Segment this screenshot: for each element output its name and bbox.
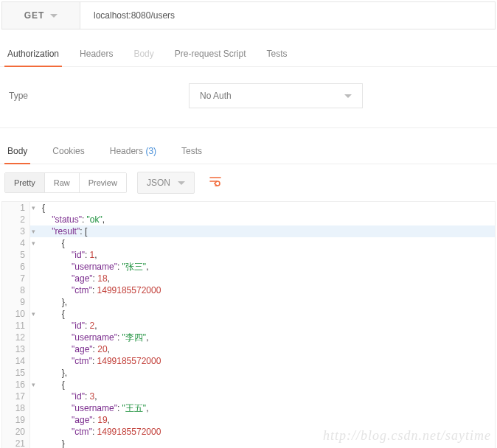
headers-count: (3): [145, 146, 156, 156]
resp-tab-tests[interactable]: Tests: [180, 139, 204, 164]
tab-tests[interactable]: Tests: [265, 43, 288, 66]
tab-body[interactable]: Body: [132, 43, 155, 66]
request-bar: GET: [1, 1, 496, 29]
chevron-down-icon: [344, 94, 352, 98]
resp-tab-headers[interactable]: Headers (3): [108, 139, 158, 164]
view-pretty-button[interactable]: Pretty: [5, 173, 44, 192]
view-raw-button[interactable]: Raw: [44, 173, 79, 192]
wrap-icon: [209, 176, 221, 189]
method-label: GET: [24, 10, 45, 21]
auth-type-select[interactable]: No Auth: [189, 83, 363, 108]
request-tabs: Authorization Headers Body Pre-request S…: [0, 43, 497, 67]
chevron-down-icon: [178, 181, 185, 185]
chevron-down-icon: [50, 14, 58, 18]
format-select[interactable]: JSON: [137, 172, 195, 194]
resp-tab-body[interactable]: Body: [6, 139, 29, 164]
tab-prerequest[interactable]: Pre-request Script: [173, 43, 248, 66]
response-tabs: Body Cookies Headers (3) Tests: [0, 139, 497, 164]
response-body[interactable]: 1▾{ 2 "status": "ok", 3▾ "result": [ 4▾ …: [1, 201, 496, 448]
body-toolbar: Pretty Raw Preview JSON: [0, 164, 497, 201]
auth-type-value: No Auth: [200, 91, 232, 101]
view-preview-button[interactable]: Preview: [79, 173, 126, 192]
format-value: JSON: [147, 178, 170, 188]
resp-tab-cookies[interactable]: Cookies: [51, 139, 86, 164]
view-mode-group: Pretty Raw Preview: [4, 172, 127, 193]
url-input[interactable]: [94, 10, 482, 21]
auth-type-row: Type No Auth: [0, 67, 497, 128]
wrap-button[interactable]: [204, 172, 227, 194]
method-select[interactable]: GET: [2, 2, 80, 29]
url-input-wrap: [80, 2, 495, 29]
auth-type-label: Type: [9, 91, 189, 101]
tab-headers[interactable]: Headers: [78, 43, 114, 66]
tab-authorization[interactable]: Authorization: [6, 43, 60, 66]
